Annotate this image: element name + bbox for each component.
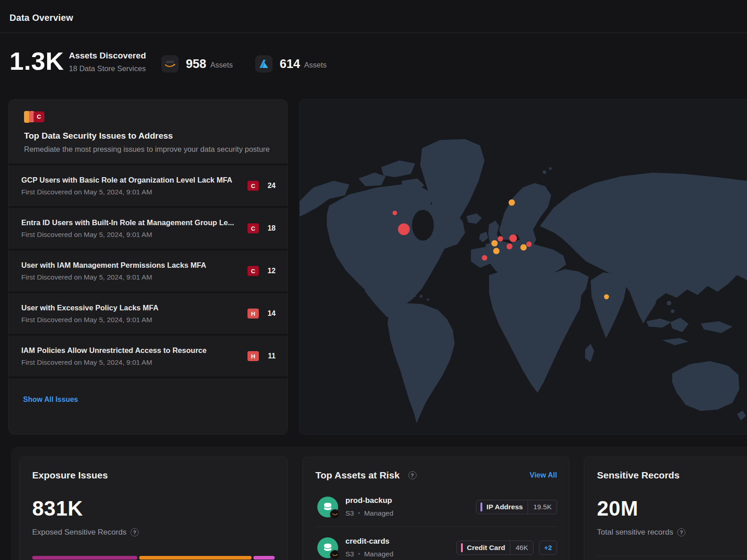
severity-stack-icon: C (24, 111, 272, 123)
help-icon[interactable]: ? (131, 528, 139, 536)
issues-card-title: Top Data Security Issues to Address (24, 131, 272, 141)
top-issues-header: C Top Data Security Issues to Address Re… (9, 100, 287, 164)
asset-row[interactable]: prod-backup S3 • Managed IP Address 19.5… (315, 486, 557, 526)
sensitive-card-divider (597, 556, 747, 556)
exposure-card-title: Exposure Issues (32, 470, 275, 481)
bar-segment-pink (253, 556, 275, 560)
asset-row[interactable]: credit-cards S3 • Managed Credit Card 46… (315, 526, 557, 560)
map-marker-red[interactable] (507, 244, 513, 250)
severity-badge: C (247, 266, 259, 276)
tag-value: 19.5K (528, 500, 557, 514)
map-marker-red[interactable] (526, 241, 532, 247)
azure-icon (255, 55, 272, 72)
issue-title: User with Excessive Policy Lacks MFA (21, 304, 240, 312)
sensitive-label: Total sensitive records (597, 528, 673, 537)
asset-status: Managed (364, 550, 393, 558)
aws-icon: aws (161, 55, 179, 72)
issue-discovered: First Discovered on May 5, 2024, 9:01 AM (21, 273, 240, 281)
exposure-issues-card: Exposure Issues 831K Exposed Sensitive R… (19, 457, 288, 560)
more-tags-badge[interactable]: +2 (539, 541, 557, 555)
issue-discovered: First Discovered on May 5, 2024, 9:01 AM (21, 358, 240, 367)
issue-title: User with IAM Management Permissions Lac… (21, 261, 240, 270)
map-marker-red[interactable] (498, 236, 503, 241)
bar-segment-orange (139, 556, 252, 560)
issue-discovered: First Discovered on May 5, 2024, 9:01 AM (21, 316, 240, 324)
tag-color-bar (480, 502, 482, 512)
svg-text:aws: aws (166, 59, 174, 64)
show-all-issues-link[interactable]: Show All Issues (23, 396, 78, 404)
aws-mini-badge-icon (330, 509, 340, 519)
map-marker-red[interactable] (393, 211, 397, 215)
exposure-label: Exposed Sensitive Records (32, 528, 126, 537)
asset-name: prod-backup (345, 496, 393, 505)
page-title: Data Overview (10, 13, 73, 23)
azure-provider-stat: 614 Assets (255, 55, 327, 72)
map-marker-orange[interactable] (491, 240, 498, 246)
dot-separator: • (358, 551, 360, 557)
severity-badge: H (247, 309, 259, 319)
sensitive-records-card: Sensitive Records 20M Total sensitive re… (584, 457, 747, 560)
assets-card-title: Top Assets at Risk (315, 470, 400, 481)
help-icon[interactable]: ? (408, 471, 417, 479)
tag-label: Credit Card (467, 544, 510, 552)
azure-assets-count: 614 (280, 57, 300, 71)
tag-color-bar (461, 543, 463, 552)
issues-card-subtitle: Remediate the most pressing issues to im… (24, 145, 272, 154)
world-map (300, 100, 747, 434)
issue-count: 14 (266, 309, 276, 318)
issue-count: 18 (266, 224, 276, 232)
map-marker-orange[interactable] (604, 294, 609, 299)
data-overview-page: Data Overview 1.3K Assets Discovered 18 … (0, 0, 747, 560)
severity-badge: C (247, 181, 259, 191)
sensitive-data-tag[interactable]: IP Address 19.5K (476, 500, 557, 514)
exposure-distribution-bar (32, 556, 275, 560)
aws-provider-stat: aws 958 Assets (161, 55, 233, 72)
assets-discovered-label: Assets Discovered (69, 51, 146, 61)
dot-separator: • (358, 510, 360, 517)
sensitive-card-title: Sensitive Records (597, 470, 747, 481)
map-marker-red[interactable] (509, 235, 517, 242)
exposure-value: 831K (32, 496, 275, 521)
issue-row[interactable]: User with IAM Management Permissions Lac… (9, 251, 287, 291)
map-marker-orange[interactable] (520, 244, 527, 251)
bar-segment-magenta (32, 556, 137, 560)
help-icon[interactable]: ? (677, 528, 685, 536)
map-marker-red[interactable] (398, 223, 410, 235)
asset-name: credit-cards (345, 537, 393, 546)
assets-discovered-value: 1.3K (10, 46, 64, 76)
issue-count: 24 (266, 182, 276, 190)
azure-assets-unit: Assets (304, 61, 327, 69)
map-marker-orange[interactable] (493, 248, 500, 254)
sensitive-value: 20M (597, 496, 747, 521)
view-all-link[interactable]: View All (530, 471, 557, 479)
map-marker-orange[interactable] (509, 199, 515, 206)
asset-service: S3 (345, 550, 354, 558)
top-assets-card: Top Assets at Risk ? View All (302, 457, 569, 560)
asset-service: S3 (345, 509, 354, 517)
aws-mini-badge-icon (330, 550, 340, 560)
issue-discovered: First Discovered on May 5, 2024, 9:01 AM (21, 188, 240, 196)
issue-row[interactable]: GCP Users with Basic Role at Organizatio… (9, 165, 287, 206)
asset-status: Managed (364, 509, 393, 517)
issue-row[interactable]: Entra ID Users with Built-In Role at Man… (9, 208, 287, 249)
severity-badge: H (247, 351, 259, 361)
map-marker-red[interactable] (482, 255, 487, 261)
s3-bucket-icon (317, 537, 338, 558)
bottom-panel: Exposure Issues 831K Exposed Sensitive R… (11, 447, 747, 560)
sensitive-data-tag[interactable]: Credit Card 46K (456, 541, 534, 555)
top-issues-card: C Top Data Security Issues to Address Re… (8, 99, 288, 434)
tag-label: IP Address (486, 503, 528, 511)
issue-row[interactable]: User with Excessive Policy Lacks MFA Fir… (9, 293, 287, 334)
issue-count: 12 (266, 267, 276, 275)
issue-title: IAM Policies Allow Unrestricted Access t… (21, 346, 240, 355)
aws-assets-count: 958 (186, 57, 206, 71)
severity-badge: C (247, 223, 259, 233)
assets-discovered-meta: Assets Discovered 18 Data Store Services (69, 51, 146, 73)
issue-count: 11 (266, 352, 276, 360)
issue-title: Entra ID Users with Built-In Role at Man… (21, 218, 240, 227)
issue-discovered: First Discovered on May 5, 2024, 9:01 AM (21, 231, 240, 239)
s3-bucket-icon (317, 497, 338, 517)
issue-row[interactable]: IAM Policies Allow Unrestricted Access t… (9, 336, 287, 377)
data-store-services-label: 18 Data Store Services (69, 64, 146, 73)
tag-value: 46K (510, 541, 533, 555)
